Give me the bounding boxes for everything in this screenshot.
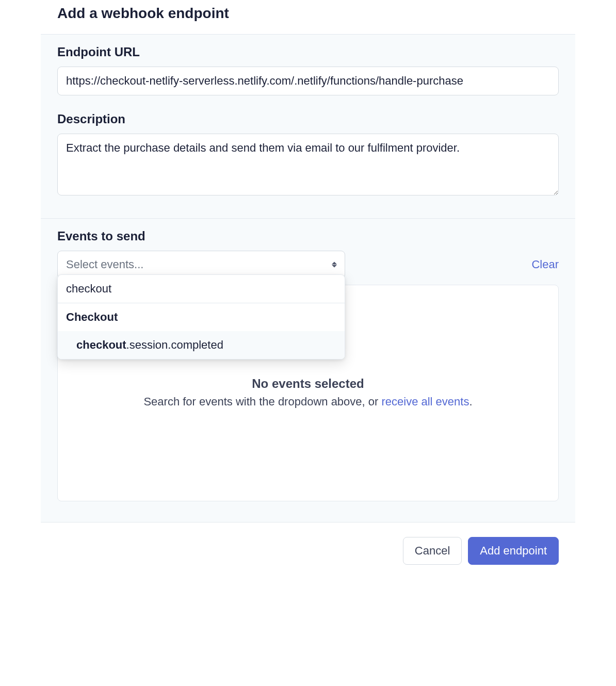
form-section: Endpoint URL Description Extract the pur…: [41, 35, 575, 219]
add-webhook-modal: Add a webhook endpoint Endpoint URL Desc…: [41, 0, 575, 579]
endpoint-url-field: Endpoint URL: [57, 45, 559, 95]
events-label: Events to send: [57, 229, 559, 243]
events-section: Events to send Select events... Clear ch…: [41, 219, 575, 522]
dropdown-search-value[interactable]: checkout: [58, 275, 345, 303]
description-label: Description: [57, 112, 559, 126]
receive-all-events-link[interactable]: receive all events: [381, 395, 469, 408]
modal-title: Add a webhook endpoint: [57, 5, 559, 22]
option-rest-part: .session.completed: [126, 338, 223, 351]
endpoint-url-label: Endpoint URL: [57, 45, 559, 59]
empty-title: No events selected: [252, 377, 364, 391]
empty-desc-suffix: .: [469, 395, 472, 408]
empty-desc-prefix: Search for events with the dropdown abov…: [143, 395, 381, 408]
option-match-part: checkout: [76, 338, 126, 351]
description-field: Description Extract the purchase details…: [57, 112, 559, 198]
cancel-button[interactable]: Cancel: [403, 537, 462, 565]
description-input[interactable]: Extract the purchase details and send th…: [57, 134, 559, 195]
add-endpoint-button[interactable]: Add endpoint: [468, 537, 559, 565]
endpoint-url-input[interactable]: [57, 67, 559, 95]
modal-header: Add a webhook endpoint: [41, 0, 575, 35]
modal-footer: Cancel Add endpoint: [41, 522, 575, 579]
events-dropdown: checkout Checkout checkout.session.compl…: [57, 274, 345, 360]
empty-description: Search for events with the dropdown abov…: [143, 394, 472, 410]
dropdown-option-checkout-session-completed[interactable]: checkout.session.completed: [58, 331, 345, 359]
dropdown-group-header: Checkout: [58, 303, 345, 331]
clear-link[interactable]: Clear: [531, 258, 559, 271]
